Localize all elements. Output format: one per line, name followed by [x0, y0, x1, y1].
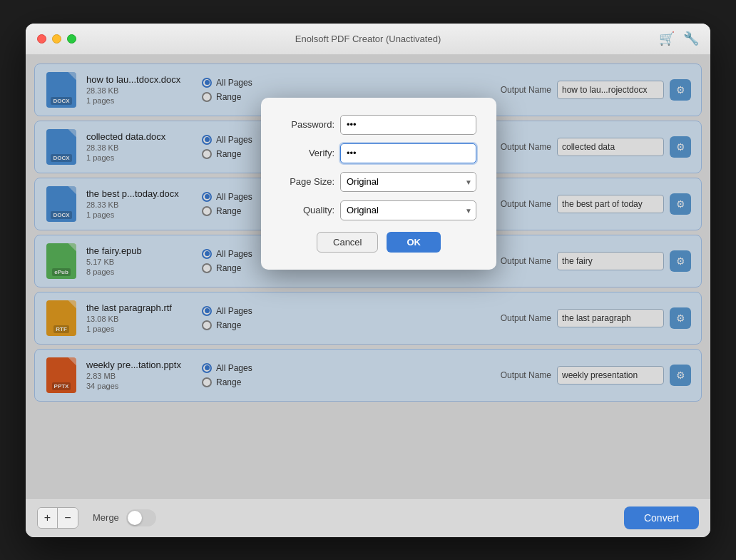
verify-row: Verify: — [281, 143, 476, 163]
modal-buttons: Cancel OK — [281, 232, 476, 253]
minimize-button[interactable] — [52, 34, 61, 44]
convert-button[interactable]: Convert — [624, 506, 699, 529]
password-dialog: Password: Verify: Page Size: Original A4… — [261, 98, 496, 270]
page-size-select-wrap: Original A4 Letter Legal ▼ — [340, 172, 476, 192]
merge-label: Merge — [93, 512, 119, 523]
bottom-bar: + − Merge Convert — [26, 498, 710, 537]
maximize-button[interactable] — [67, 34, 76, 44]
password-label: Password: — [281, 119, 334, 130]
titlebar: Enolsoft PDF Creator (Unactivated) 🛒 🔧 — [26, 24, 710, 55]
content-area: DOCX how to lau...tdocx.docx 28.38 KB 1 … — [26, 55, 710, 498]
remove-file-button[interactable]: − — [58, 508, 78, 528]
traffic-lights — [37, 34, 76, 44]
modal-overlay: Password: Verify: Page Size: Original A4… — [26, 55, 710, 498]
window-title: Enolsoft PDF Creator (Unactivated) — [295, 34, 441, 44]
add-file-button[interactable]: + — [38, 508, 58, 528]
quality-label: Quality: — [281, 205, 334, 215]
main-window: Enolsoft PDF Creator (Unactivated) 🛒 🔧 D… — [26, 24, 710, 537]
page-size-label: Page Size: — [281, 176, 334, 187]
quality-row: Quality: Original High Medium Low ▼ — [281, 200, 476, 220]
settings-icon[interactable]: 🔧 — [683, 31, 699, 46]
quality-select[interactable]: Original High Medium Low — [340, 200, 476, 220]
page-size-select[interactable]: Original A4 Letter Legal — [340, 172, 476, 192]
page-size-row: Page Size: Original A4 Letter Legal ▼ — [281, 172, 476, 192]
verify-label: Verify: — [281, 148, 334, 158]
close-button[interactable] — [37, 34, 46, 44]
cart-icon[interactable]: 🛒 — [659, 31, 675, 46]
cancel-button[interactable]: Cancel — [317, 232, 378, 253]
add-remove-buttons: + − — [37, 507, 78, 529]
titlebar-actions: 🛒 🔧 — [659, 31, 699, 46]
password-input[interactable] — [340, 115, 476, 135]
ok-button[interactable]: OK — [387, 232, 441, 253]
verify-input[interactable] — [340, 143, 476, 163]
password-row: Password: — [281, 115, 476, 135]
merge-section: Merge — [93, 509, 156, 526]
merge-toggle[interactable] — [126, 509, 156, 526]
quality-select-wrap: Original High Medium Low ▼ — [340, 200, 476, 220]
